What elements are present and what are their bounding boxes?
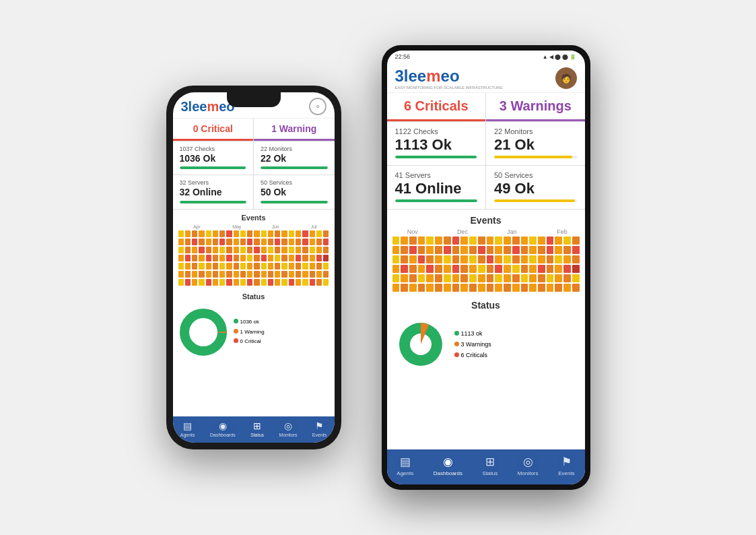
heatmap-cell xyxy=(240,247,246,253)
stat-checks-2: 1122 Checks 1113 Ok xyxy=(387,122,486,165)
heatmap-cell xyxy=(261,279,267,286)
heatmap-cell xyxy=(409,255,417,263)
heatmap-cell xyxy=(268,239,273,245)
stat-bar xyxy=(180,166,247,169)
heatmap-cell xyxy=(275,230,280,237)
heatmap-cell xyxy=(547,265,554,273)
heatmap-cell xyxy=(392,246,400,254)
heatmap-row xyxy=(178,263,329,270)
heatmap-cell xyxy=(495,255,502,263)
heatmap-row xyxy=(178,239,329,245)
heatmap-cell xyxy=(206,239,211,245)
heatmap-cell xyxy=(213,271,218,278)
status-section-1: 1036 ok 1 Warning 0 Critical xyxy=(173,303,335,416)
heatmap-cell xyxy=(219,247,225,253)
nav-status-1[interactable]: ⊞ Status xyxy=(250,420,264,437)
heatmap-cell xyxy=(247,271,252,278)
heatmap-cell xyxy=(199,255,204,261)
nav-dashboards-1[interactable]: ◉ Dashboards xyxy=(210,420,236,437)
heatmap-cell xyxy=(521,274,528,282)
phone1: 3leemeo ⚬ 0 Critical 1 Warning 1037 Chec… xyxy=(166,86,341,449)
heatmap-cell xyxy=(192,279,197,286)
stat-servers-1: 32 Servers 32 Online xyxy=(173,175,254,208)
heatmap-cell xyxy=(281,230,287,237)
heatmap-cell xyxy=(310,239,315,245)
nav-monitors-1[interactable]: ◎ Monitors xyxy=(279,420,298,437)
stat-title: 50 Services xyxy=(494,171,577,179)
nav-events-1[interactable]: ⚑ Events xyxy=(312,420,327,437)
dashboards-icon-1: ◉ xyxy=(219,420,227,431)
heatmap-cell xyxy=(521,255,528,263)
agents-icon-2: ▤ xyxy=(400,455,411,469)
heatmap-cell xyxy=(572,284,580,292)
logo-subtitle-2: EASY MONITORING FOR SCALABLE INFRASTRUCT… xyxy=(395,86,503,90)
stat-title: 22 Monitors xyxy=(261,146,328,152)
heatmap-cell xyxy=(512,284,520,292)
heatmap-cell xyxy=(234,230,239,237)
heatmap-cell xyxy=(409,265,417,273)
heatmap-cell xyxy=(254,255,259,261)
heatmap-cell xyxy=(302,279,308,286)
critical-header-1: 0 Critical xyxy=(173,119,254,141)
heatmap-cell xyxy=(538,237,545,245)
phone1-screen: 3leemeo ⚬ 0 Critical 1 Warning 1037 Chec… xyxy=(173,92,335,443)
heatmap-cell xyxy=(178,271,184,278)
heatmap-cell xyxy=(310,271,315,278)
heatmap-cell xyxy=(254,230,259,237)
heatmap-cell xyxy=(323,230,329,237)
stat-bar xyxy=(180,201,247,203)
heatmap-row xyxy=(178,255,329,261)
nav-monitors-2[interactable]: ◎ Monitors xyxy=(518,455,539,476)
heatmap-cell xyxy=(178,279,184,286)
warning-label-1: 1 Warning xyxy=(271,123,316,134)
avatar-1[interactable]: ⚬ xyxy=(309,98,327,115)
nav-dashboards-2[interactable]: ◉ Dashboards xyxy=(434,455,462,476)
heatmap-cell xyxy=(178,230,184,237)
heatmap-cell xyxy=(547,255,554,263)
heatmap-cell xyxy=(495,274,502,282)
dashboards-icon-2: ◉ xyxy=(443,455,453,469)
stat-bar xyxy=(261,166,328,169)
heatmap-cell xyxy=(512,274,520,282)
phone2: 22:56 ▲ ◀ ⬤ ⬤ 🔋 3leemeo EASY MONITORING … xyxy=(382,45,590,490)
heatmap-cell xyxy=(478,255,485,263)
heatmap-cell xyxy=(521,246,528,254)
heatmap-cell xyxy=(512,246,520,254)
heatmap-cell xyxy=(316,263,322,270)
heatmap-cell xyxy=(234,255,239,261)
heatmap-row xyxy=(178,230,329,237)
heatmap-cell xyxy=(529,265,537,273)
heatmap-cell xyxy=(296,279,301,286)
avatar-2[interactable]: 🧑 xyxy=(555,67,577,89)
heatmap-cell xyxy=(199,239,204,245)
time-2: 22:56 xyxy=(395,53,411,60)
heatmap-cell xyxy=(254,279,259,286)
heatmap-cell xyxy=(281,247,287,253)
heatmap-cell xyxy=(487,265,494,273)
nav-agents-1[interactable]: ▤ Agents xyxy=(180,420,195,437)
heatmap-cell xyxy=(469,265,477,273)
nav-agents-2[interactable]: ▤ Agents xyxy=(397,455,413,476)
heatmap-cell xyxy=(401,237,408,245)
heatmap-cell xyxy=(281,255,287,261)
stat-bar xyxy=(494,156,577,158)
heatmap-cell xyxy=(206,255,211,261)
heatmap-cell xyxy=(495,265,502,273)
stat-services-1: 50 Services 50 Ok xyxy=(254,175,335,208)
heatmap-cell xyxy=(426,284,434,292)
critical-header-2: 6 Criticals xyxy=(387,93,486,121)
stat-title: 32 Servers xyxy=(180,179,247,186)
nav-status-2[interactable]: ⊞ Status xyxy=(483,455,498,476)
heatmap-cell xyxy=(555,246,562,254)
heatmap-cell xyxy=(460,265,468,273)
heatmap-cell xyxy=(268,230,273,237)
heatmap-cell xyxy=(247,247,252,253)
heatmap-cell xyxy=(323,239,329,245)
heatmap-row xyxy=(392,246,580,254)
heatmap-cell xyxy=(452,265,460,273)
heatmap-cell xyxy=(547,246,554,254)
nav-events-2[interactable]: ⚑ Events xyxy=(558,455,574,476)
heatmap-cell xyxy=(302,271,308,278)
heatmap-cell xyxy=(206,279,211,286)
heatmap-cell xyxy=(555,255,562,263)
